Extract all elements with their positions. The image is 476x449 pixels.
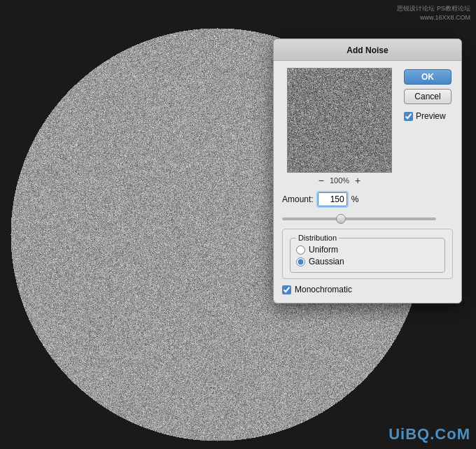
amount-row: Amount: % bbox=[282, 192, 453, 206]
preview-box bbox=[287, 68, 392, 173]
amount-percent: % bbox=[351, 194, 359, 204]
zoom-in-button[interactable]: + bbox=[354, 176, 362, 185]
ok-button[interactable]: OK bbox=[404, 69, 451, 85]
preview-label: Preview bbox=[416, 111, 446, 121]
cancel-button[interactable]: Cancel bbox=[404, 89, 451, 104]
gaussian-radio[interactable] bbox=[296, 257, 305, 266]
preview-check-row: Preview bbox=[404, 111, 453, 121]
monochromatic-checkbox[interactable] bbox=[282, 285, 291, 294]
monochromatic-label: Monochromatic bbox=[295, 285, 352, 294]
amount-input[interactable] bbox=[318, 192, 347, 206]
gaussian-label: Gaussian bbox=[309, 257, 344, 266]
amount-label: Amount: bbox=[282, 194, 314, 204]
distribution-legend: Distribution bbox=[296, 234, 339, 242]
buttons-column: OK Cancel Preview bbox=[404, 68, 453, 185]
dialog-titlebar: Add Noise bbox=[274, 39, 461, 61]
add-noise-dialog: Add Noise − 100% + OK Cancel Preview Amo… bbox=[273, 38, 462, 304]
distribution-fieldset: Distribution Uniform Gaussian bbox=[290, 234, 445, 273]
monochromatic-section: Monochromatic bbox=[274, 279, 461, 294]
distribution-section: Distribution Uniform Gaussian bbox=[282, 229, 453, 279]
uniform-label: Uniform bbox=[309, 245, 338, 255]
preview-noise-canvas bbox=[288, 69, 392, 173]
zoom-out-button[interactable]: − bbox=[317, 176, 326, 185]
amount-section: Amount: % bbox=[274, 185, 461, 223]
zoom-controls: − 100% + bbox=[317, 176, 363, 185]
uniform-radio[interactable] bbox=[296, 245, 305, 255]
preview-column: − 100% + bbox=[282, 68, 397, 185]
amount-slider[interactable] bbox=[282, 218, 436, 220]
gaussian-option: Gaussian bbox=[296, 257, 439, 266]
uniform-option: Uniform bbox=[296, 245, 439, 255]
dialog-body: − 100% + OK Cancel Preview bbox=[274, 61, 461, 185]
dialog-title: Add Noise bbox=[346, 45, 388, 55]
amount-slider-row bbox=[282, 211, 453, 223]
zoom-label: 100% bbox=[330, 176, 349, 185]
preview-checkbox[interactable] bbox=[404, 112, 413, 121]
